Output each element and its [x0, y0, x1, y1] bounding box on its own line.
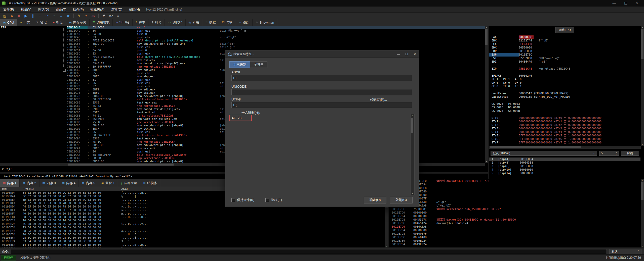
register-line[interactable]: EBX022527A4&"`gE" — [489, 39, 640, 42]
hash-icon[interactable]: # — [101, 13, 107, 19]
utf8-input[interactable] — [231, 102, 412, 108]
spin-down-icon[interactable]: ▼ — [615, 153, 617, 155]
step-into-icon[interactable]: ↓ — [37, 13, 43, 19]
dump-row[interactable]: 0019EE7433 04 00 00 A8 0C 00 00 08 00 00… — [0, 240, 388, 243]
step-out-icon[interactable]: ↑ — [51, 13, 57, 19]
stack-row[interactable]: 0019E7AC00000000 — [389, 193, 644, 197]
stack-row[interactable]: 0019E7CC00465124daxxor(32).00465124 — [389, 222, 644, 225]
stack-row[interactable]: 0019E7B00000007F — [389, 197, 644, 200]
open-folder-icon[interactable]: ▨ — [2, 13, 8, 19]
eraser-icon[interactable]: ▭ — [90, 13, 96, 19]
bottom-tab-1[interactable]: ▦内存 2 — [20, 179, 39, 187]
bottom-tab-2[interactable]: ▦内存 3 — [39, 179, 59, 187]
stack-vertical-scrollbar[interactable]: ▲ ▼ — [641, 179, 644, 247]
argument-row[interactable]: 2:[esp+8]000003E8 — [489, 161, 640, 165]
unicode-input[interactable] — [231, 89, 412, 95]
keep-size-checkbox[interactable] — [231, 198, 235, 202]
menu-item-7[interactable]: 帮助(H) — [126, 7, 143, 12]
register-line[interactable]: ESI02252068"顿C"==&"`-@" — [489, 57, 640, 60]
dump-row[interactable]: 0019EDF440 00 00 00 70 06 00 00 90 08 00… — [0, 212, 388, 216]
register-line[interactable]: OF 0 SF 0 DF 0 — [489, 81, 640, 85]
scroll-up-icon[interactable]: ▲ — [641, 26, 644, 28]
stack-row[interactable]: 0019E7E40019E924 — [389, 243, 644, 246]
scroll-up-icon[interactable]: ▲ — [485, 26, 488, 28]
registers-vertical-scrollbar[interactable]: ▲ ▼ — [641, 26, 644, 146]
menu-item-2[interactable]: 调试(D) — [35, 7, 52, 12]
argument-row[interactable]: 4:[esp+10]00000000 — [489, 168, 640, 172]
scroll-down-icon[interactable]: ▼ — [641, 245, 644, 247]
bottom-tab-4[interactable]: ▦内存 5 — [79, 179, 98, 187]
hide-fpu-button[interactable]: 隐藏FPU — [555, 27, 574, 33]
bottom-tab-7[interactable]: ⊞结构体 — [140, 179, 160, 187]
patch-icon[interactable]: ✦ — [83, 13, 89, 19]
menu-item-3[interactable]: 跟踪(T) — [52, 7, 70, 12]
ascii-input[interactable] — [231, 75, 412, 81]
scrollbar-thumb[interactable] — [411, 118, 413, 133]
disasm-row[interactable]: 75B11C4C.56push esiesi:"顿C"==&"`-@" — [0, 29, 485, 32]
register-line[interactable]: ST(5)3FFF8000000000000000 x87r5 空 1.0000… — [489, 134, 640, 137]
menu-item-6[interactable]: 选项(O) — [108, 7, 126, 12]
register-line[interactable]: EBP0019FD98 — [489, 49, 640, 53]
scroll-up-icon[interactable]: ▲ — [641, 179, 644, 182]
tab-6[interactable]: ∞SEH链 — [113, 19, 133, 26]
register-line[interactable]: EIP75B11C48kernelbase.75B11C48 — [489, 67, 640, 71]
register-line[interactable]: EFLAGS00000246 — [489, 74, 640, 78]
edit-pencil-icon[interactable]: ✎ — [76, 13, 82, 19]
tab-13[interactable]: ∿跟踪 — [236, 19, 253, 26]
command-input[interactable] — [11, 249, 607, 254]
disasm-row[interactable]: 75B11C59.57push ediedi:"`gE" — [0, 45, 485, 49]
tab-2[interactable]: ✎笔记 — [33, 19, 50, 26]
register-line[interactable] — [489, 64, 640, 67]
dialog-minimize-button[interactable]: — — [397, 53, 400, 56]
tab-8[interactable]: ∑符号 — [148, 19, 165, 26]
dump-row[interactable]: 0019EE24EC 08 00 00 F8 08 00 00 5C 0A 00… — [0, 222, 388, 226]
dump-row[interactable]: 0019EDE4A4 05 00 00 00 06 00 00 FC 07 00… — [0, 208, 388, 212]
dump-row[interactable]: 0019EE5420 0C 00 00 DB 0B 00 00 C4 0C 00… — [0, 233, 388, 236]
register-line[interactable]: CF 0 TF 0 IF 1 — [489, 85, 640, 88]
register-line[interactable]: GS 002B FS 0053 — [489, 102, 640, 106]
animate-icon[interactable]: ≫ — [65, 13, 71, 19]
gear-icon[interactable]: ⚙ — [115, 13, 121, 19]
dump-row[interactable]: 0019EE1410 04 00 00 00 08 00 00 14 00 00… — [0, 219, 388, 222]
stack-row[interactable]: 0019E7C000000000 — [389, 211, 644, 215]
argument-row[interactable]: 1:[esp+4]0019ED94 — [489, 158, 640, 161]
bottom-tab-5[interactable]: ◉监视 1 — [98, 179, 118, 187]
registers-horizontal-scrollbar[interactable] — [489, 146, 641, 149]
register-line[interactable]: ST(4)00000000000000000000 x87r4 空 0.0000… — [489, 130, 640, 134]
scrollbar-thumb[interactable] — [641, 29, 643, 59]
unlock-button[interactable]: 解锁 — [621, 151, 639, 156]
scrollbar-thumb[interactable] — [68, 164, 174, 166]
disasm-row[interactable]: 75B11C50.FF15 FCA2BC75call dword ptr ds:… — [0, 39, 485, 42]
run-icon[interactable]: ▶ — [23, 13, 29, 19]
bottom-tab-3[interactable]: ▦内存 4 — [59, 179, 79, 187]
register-line[interactable]: LastStatusC0000135 (STATUS_DLL_NOT_FOUND… — [489, 95, 640, 99]
dump-row[interactable]: 0019EE8414 04 00 00 00 0D 00 00 40 0E 00… — [0, 243, 388, 247]
menu-item-4[interactable]: 插件(P) — [70, 7, 87, 12]
register-line[interactable] — [489, 88, 640, 92]
stack-row[interactable]: 0019E7D80000007F — [389, 232, 644, 236]
dialog-tab-string[interactable]: 字符串 — [250, 61, 267, 68]
register-line[interactable] — [489, 71, 640, 74]
disasm-row[interactable]: EIP75B11C48.C2 0C00ret C — [0, 26, 485, 29]
bottom-tab-0[interactable]: ▦内存 1 — [0, 179, 20, 187]
dump-row[interactable]: 0019EE4458 0A 00 00 98 08 00 00 00 00 00… — [0, 229, 388, 233]
disasm-vertical-scrollbar[interactable]: ▲ ▼ — [485, 26, 488, 163]
scroll-down-icon[interactable]: ▼ — [411, 192, 414, 194]
scroll-down-icon[interactable]: ▼ — [641, 143, 644, 146]
tab-0[interactable]: ▣CPU — [0, 19, 17, 26]
register-line[interactable]: ES 002B DS 002B — [489, 106, 640, 109]
tab-3[interactable]: ●断点 — [50, 19, 66, 26]
maximize-button[interactable]: ❒ — [624, 2, 627, 5]
close-button[interactable]: ✕ — [636, 2, 638, 5]
tab-11[interactable]: ≣线程 — [202, 19, 219, 26]
stack-row[interactable]: 0019E7A00019ED94 — [389, 183, 644, 186]
scrollbar-thumb[interactable] — [490, 146, 581, 148]
minimize-button[interactable]: — — [612, 2, 616, 5]
stack-row[interactable]: 0019E7B4004664A0&"`gE" — [389, 200, 644, 204]
cancel-button[interactable]: 取消(C) — [390, 197, 413, 203]
disasm-row[interactable]: 75B11C56.8B7D DCmov edi,dword ptr ss:[eb… — [0, 42, 485, 45]
argument-row[interactable]: 3:[esp+C]0019FD80 — [489, 165, 640, 168]
stack-row[interactable]: 0019E7E00019E924 — [389, 239, 644, 243]
disasm-row[interactable]: 75B11C4F.53push ebxebx:&"`gE" — [0, 36, 485, 39]
register-line[interactable] — [489, 113, 640, 116]
